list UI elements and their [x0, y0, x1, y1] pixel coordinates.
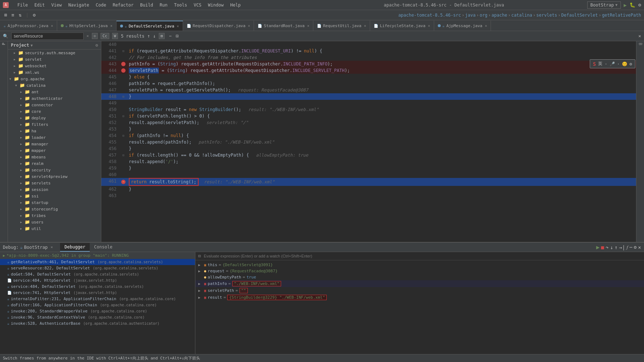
evaluate-btn[interactable]: 𝑓 — [627, 244, 628, 250]
step-over-btn[interactable]: ↷ — [606, 244, 609, 250]
breadcrumb-catalina[interactable]: catalina — [511, 13, 532, 18]
resume-btn[interactable]: ▶ — [596, 244, 600, 251]
stack-frame[interactable]: ☕ doGet:504, DefaultServlet (org.apache.… — [0, 271, 195, 277]
var-item-pathinfo[interactable]: ▶ ▣ pathInfo = "./WEB-INF/web.xml" — [195, 280, 644, 287]
menu-help[interactable]: Help — [227, 2, 243, 8]
close-icon[interactable]: × — [364, 24, 366, 28]
stack-frame[interactable]: 📄 service:484, HttpServlet (javax.servle… — [0, 277, 195, 284]
tree-item-util[interactable]: ▶ 📁 util — [8, 225, 101, 232]
run-icon[interactable]: ▶ — [624, 2, 627, 8]
tree-item-mbeans[interactable]: ▶ 📁 mbeans — [8, 154, 101, 160]
stack-frame[interactable]: ☕ doFilter:166, ApplicationFilterChain (… — [0, 302, 195, 308]
fold-icon[interactable]: ⊟ — [122, 152, 124, 158]
var-item-request[interactable]: ▶ ● request = {RequestFacade@3087} — [195, 268, 644, 274]
menu-view[interactable]: View — [48, 2, 65, 8]
chevron-down-icon[interactable]: ▼ — [31, 43, 33, 47]
menu-tools[interactable]: Tools — [171, 2, 190, 8]
stack-frame[interactable]: ☕ service:484, DefaultServlet (org.apach… — [0, 284, 195, 290]
settings-debug-btn[interactable]: ⚙ — [634, 244, 637, 250]
stack-frame[interactable]: ☕ invoke:200, StandardWrapperValve (org.… — [0, 308, 195, 314]
widget-mic[interactable]: 🎤 — [610, 61, 615, 67]
breadcrumb-servlets[interactable]: servlets — [536, 13, 557, 18]
breadcrumb-java[interactable]: java — [465, 13, 476, 18]
toolbar-btn-sort[interactable]: ⇅ — [17, 12, 23, 18]
tree-item-servlet4preview[interactable]: ▶ 📁 servlet4preview — [8, 173, 101, 180]
menu-build[interactable]: Build — [137, 2, 156, 8]
fold-icon[interactable]: ⊟ — [122, 113, 124, 119]
tree-item-tribes[interactable]: ▶ 📁 tribes — [8, 212, 101, 219]
tree-item[interactable]: ▶ 📁 websocket — [8, 63, 101, 69]
stack-frame[interactable]: ☕ internalDoFilter:231, ApplicationFilte… — [0, 296, 195, 302]
var-item-servletpath[interactable]: ▶ ▣ servletPath = "" — [195, 287, 644, 294]
search-x[interactable]: ⊗ — [92, 33, 98, 39]
tab-console[interactable]: Console — [90, 243, 117, 252]
tree-item-security[interactable]: ▶ 📁 security — [8, 167, 101, 173]
menu-file[interactable]: File — [14, 2, 31, 8]
fold-icon[interactable]: ⊟ — [122, 93, 124, 100]
breakpoint-icon[interactable] — [121, 68, 126, 73]
menu-run[interactable]: Run — [157, 2, 170, 8]
menu-navigate[interactable]: Navigate — [65, 2, 92, 8]
filter-btn[interactable]: ⊡ — [176, 33, 179, 39]
close-session-icon[interactable]: × — [51, 245, 53, 250]
evaluate-input[interactable] — [204, 254, 641, 258]
tree-item[interactable]: ▶ 📁 xml.ws — [8, 69, 101, 76]
tab-standardroot[interactable]: 📄 StandardRoot.java × — [254, 21, 313, 31]
case-sensitive-btn[interactable]: Cc — [101, 33, 109, 39]
tree-item-mapper[interactable]: ▶ 📁 mapper — [8, 147, 101, 154]
close-icon[interactable]: × — [110, 24, 113, 28]
tree-item[interactable]: ▶ 📁 servlet — [8, 56, 101, 63]
stack-frame[interactable]: ☕ serveResource:822, DefaultServlet (org… — [0, 265, 195, 271]
breadcrumb-project[interactable]: apache-tomcat-8.5.46-src — [398, 13, 461, 18]
run-to-cursor-btn[interactable]: →| — [619, 244, 625, 250]
more-debug-btn[interactable]: ⋯ — [630, 244, 632, 250]
widget-settings2[interactable]: ⚙ — [630, 61, 632, 67]
menu-vcs[interactable]: VCS — [191, 2, 204, 8]
tree-item-core[interactable]: ▶ 📁 core — [8, 108, 101, 115]
tree-item-realm[interactable]: ▶ 📁 realm — [8, 160, 101, 167]
tree-item-deploy[interactable]: ▶ 📁 deploy — [8, 115, 101, 121]
bootstrap-dropdown[interactable]: BootStrap ▼ — [587, 1, 621, 9]
tree-item-loader[interactable]: ▶ 📁 loader — [8, 134, 101, 141]
tab-debugger[interactable]: Debugger — [60, 243, 90, 252]
tree-item-servlets[interactable]: ▶ 📁 servlets — [8, 180, 101, 186]
search-input[interactable] — [11, 33, 84, 40]
bookmark-icon[interactable]: B — [638, 43, 643, 45]
thread-item[interactable]: ▶ *ajp-nio-8009-exec-5@2,942 in group "m… — [0, 252, 195, 259]
debug-icon[interactable]: 🐛 — [630, 2, 635, 8]
tree-item-filters[interactable]: ▶ 📁 filters — [8, 121, 101, 128]
tree-item-startup[interactable]: ▶ 📁 startup — [8, 199, 101, 206]
project-icon[interactable]: P — [1, 43, 6, 45]
prev-result-btn[interactable]: ↑ — [147, 33, 150, 39]
stack-frame-selected[interactable]: ☕ getRelativePath:461, DefaultServlet (o… — [0, 259, 195, 265]
expand-icon[interactable]: ▶ — [198, 269, 203, 273]
close-icon[interactable]: × — [485, 24, 487, 28]
step-into-btn[interactable]: ↓ — [610, 244, 613, 250]
var-item-allowemptypath[interactable]: ● allowEmptyPath = true — [195, 274, 644, 280]
tab-httpservlet[interactable]: ☕ HttpServlet.java × — [57, 21, 116, 31]
stack-frame[interactable]: 📄 service:741, HttpServlet (javax.servle… — [0, 290, 195, 296]
settings-icon[interactable]: ⚙ — [638, 2, 641, 8]
tree-item-ant[interactable]: ▶ 📁 ant — [8, 89, 101, 95]
toolbar-btn-structure[interactable]: ⊞ — [3, 12, 9, 18]
tab-ajpprocessor[interactable]: ☕ AjpProcessor.java × — [0, 21, 57, 31]
expand-icon[interactable]: ▶ — [198, 289, 203, 293]
var-item-this[interactable]: ▶ ▣ this = {DefaultServlet@3091} — [195, 262, 644, 268]
menu-code[interactable]: Code — [93, 2, 109, 8]
panel-settings-icon[interactable]: ⚙ — [96, 43, 98, 48]
tree-item-manager[interactable]: ▶ 📁 manager — [8, 141, 101, 147]
menu-window[interactable]: Window — [205, 2, 226, 8]
tab-ajpmessage[interactable]: ☕ AjpMessage.java × — [434, 21, 491, 31]
tree-item-storeconfig[interactable]: ▶ 📁 storeconfig — [8, 206, 101, 212]
tree-item-ssi[interactable]: ▶ 📁 ssi — [8, 193, 101, 199]
tab-requestdispatcher[interactable]: 📄 RequestDispatcher.java × — [183, 21, 254, 31]
close-icon[interactable]: × — [177, 24, 179, 28]
expand-icon[interactable]: ▶ — [198, 295, 203, 299]
breadcrumb-getrelativepath[interactable]: getRelativePath — [602, 13, 641, 18]
breadcrumb-defaultservlet[interactable]: DefaultServlet — [561, 13, 598, 18]
tree-item-ha[interactable]: ▶ 📁 ha — [8, 128, 101, 134]
tree-item[interactable]: ▶ 📁 security.auth.message — [8, 50, 101, 56]
tree-item-org-apache[interactable]: ▼ 📁 org.apache — [8, 76, 101, 82]
toolbar-btn-settings2[interactable]: ⚙ — [31, 12, 37, 18]
filter-vars-icon[interactable]: ⊡ — [198, 254, 201, 259]
